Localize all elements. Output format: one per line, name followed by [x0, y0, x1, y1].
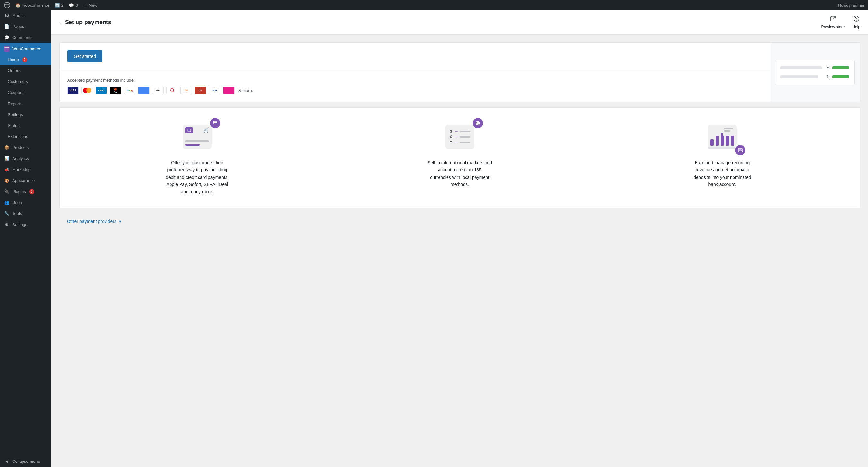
other-providers-section[interactable]: Other payment providers ▾: [59, 214, 860, 229]
admin-name: Howdy, admin: [838, 3, 864, 8]
admin-bar-updates[interactable]: 🔄 2: [55, 3, 64, 8]
sidebar-item-appearance[interactable]: 🎨 Appearance: [0, 175, 52, 186]
sidebar-item-settings-main[interactable]: ⚙ Settings: [0, 219, 52, 230]
sidebar-label-woocommerce: WooCommerce: [12, 46, 41, 52]
payment-card-gp: GP: [152, 87, 164, 94]
sidebar-item-products[interactable]: 📦 Products: [0, 142, 52, 153]
sidebar-label-analytics: Analytics: [12, 156, 29, 161]
sidebar-label-users: Users: [12, 200, 23, 206]
site-name: woocommerce: [22, 3, 50, 8]
appearance-icon: 🎨: [4, 178, 10, 184]
sidebar-label-marketing: Marketing: [12, 167, 31, 173]
sidebar-label-pages: Pages: [12, 24, 24, 30]
sidebar-label-coupons: Coupons: [8, 90, 25, 96]
badge-1: [210, 118, 220, 128]
pages-icon: 📄: [4, 24, 10, 30]
external-link-icon: [830, 15, 836, 24]
help-button[interactable]: Help: [852, 15, 860, 29]
content-area: Get started Accepted payment methods inc…: [52, 35, 868, 467]
sidebar-label-extensions: Extensions: [8, 134, 28, 139]
sidebar-label-status: Status: [8, 123, 20, 129]
admin-bar-logo-item[interactable]: [4, 2, 10, 8]
products-icon: 📦: [4, 145, 10, 151]
admin-bar-user: Howdy, admin: [838, 3, 864, 8]
other-providers-label: Other payment providers: [67, 219, 117, 224]
sidebar-item-reports[interactable]: Reports: [0, 98, 52, 110]
woo-icon: [4, 46, 10, 52]
sidebar-item-home[interactable]: Home 7: [0, 54, 52, 65]
payment-card-pink: [223, 87, 235, 94]
sidebar-item-settings[interactable]: Settings: [0, 110, 52, 120]
admin-bar-new[interactable]: ＋ New: [83, 2, 97, 8]
features-card: 🛒 Offer your customers their preferred w…: [59, 107, 860, 209]
badge-3: [735, 145, 745, 155]
users-icon: 👥: [4, 200, 10, 206]
sidebar-item-status[interactable]: Status: [0, 120, 52, 131]
sidebar-label-tools: Tools: [12, 211, 22, 216]
sidebar-item-collapse[interactable]: ◀ Collapse menu: [0, 456, 52, 467]
sidebar-item-coupons[interactable]: Coupons: [0, 87, 52, 98]
get-started-button[interactable]: Get started: [67, 51, 102, 62]
sidebar-item-woocommerce[interactable]: WooCommerce: [0, 43, 52, 54]
main-content: ‹ Set up payments Preview store: [52, 10, 868, 467]
visa-icon: VISA: [67, 87, 79, 94]
sidebar-label-media: Media: [12, 13, 24, 19]
sidebar-item-plugins[interactable]: 🔌 Plugins 2: [0, 186, 52, 197]
sidebar-label-comments: Comments: [12, 35, 32, 40]
page-header-left: ‹ Set up payments: [59, 19, 111, 26]
back-button[interactable]: ‹: [59, 20, 61, 25]
payment-card-1: [138, 87, 150, 94]
comments-icon: 💬: [69, 3, 74, 8]
preview-store-button[interactable]: Preview store: [822, 15, 845, 29]
feature-text-2: Sell to international markets and accept…: [428, 159, 492, 188]
feature-illus-1: 🛒: [178, 121, 217, 153]
sidebar-label-collapse: Collapse menu: [12, 459, 40, 464]
sidebar-item-analytics[interactable]: 📊 Analytics: [0, 153, 52, 164]
features-grid: 🛒 Offer your customers their preferred w…: [72, 121, 847, 195]
help-icon: [853, 15, 860, 24]
sidebar-item-marketing[interactable]: 📣 Marketing: [0, 164, 52, 175]
more-text: & more.: [238, 88, 253, 93]
sidebar: 🖼 Media 📄 Pages 💬 Comments WooCommerce H…: [0, 10, 52, 467]
sidebar-item-tools[interactable]: 🔧 Tools: [0, 208, 52, 219]
sidebar-item-customers[interactable]: Customers: [0, 76, 52, 87]
sidebar-label-settings: Settings: [8, 112, 23, 118]
sidebar-label-orders: Orders: [8, 68, 21, 74]
marketing-icon: 📣: [4, 167, 10, 173]
feature-illus-3: [703, 121, 742, 153]
settings-icon: ⚙: [4, 222, 10, 228]
diners-icon: [166, 87, 178, 94]
feature-illus-2: $ — £ —: [440, 121, 479, 153]
svg-rect-4: [188, 130, 191, 130]
svg-rect-6: [213, 122, 217, 123]
comments-count: 0: [75, 3, 78, 8]
get-started-area: Get started: [60, 43, 770, 70]
sidebar-item-extensions[interactable]: Extensions: [0, 131, 52, 142]
payment-methods-section: Accepted payment methods include: VISA: [60, 70, 770, 102]
jcb-icon: JCB: [209, 87, 220, 94]
feature-text-1: Offer your customers their preferred way…: [165, 159, 229, 195]
sidebar-item-users[interactable]: 👥 Users: [0, 197, 52, 208]
sidebar-label-home: Home: [8, 57, 19, 63]
analytics-icon: 📊: [4, 156, 10, 162]
sidebar-item-comments[interactable]: 💬 Comments: [0, 32, 52, 43]
page-header: ‹ Set up payments Preview store: [52, 10, 868, 35]
admin-bar-site[interactable]: 🏠 woocommerce: [16, 3, 50, 8]
updates-icon: 🔄: [55, 3, 60, 8]
mastercard-icon: [82, 87, 93, 94]
sidebar-item-orders[interactable]: Orders: [0, 65, 52, 76]
accepted-label: Accepted payment methods include:: [67, 78, 762, 83]
plugins-icon: 🔌: [4, 189, 10, 195]
sidebar-item-media[interactable]: 🖼 Media: [0, 10, 52, 21]
googlepay-icon: Goog: [124, 87, 135, 94]
sidebar-item-pages[interactable]: 📄 Pages: [0, 21, 52, 32]
home-icon: 🏠: [16, 3, 21, 8]
sidebar-label-settings-main: Settings: [12, 222, 27, 228]
sidebar-label-appearance: Appearance: [12, 178, 35, 184]
page-header-right: Preview store Help: [822, 15, 860, 29]
sidebar-label-plugins: Plugins: [12, 189, 26, 195]
preview-store-label: Preview store: [822, 25, 845, 29]
payment-setup-card: Get started Accepted payment methods inc…: [59, 42, 860, 102]
feature-text-3: Earn and manage recurring revenue and ge…: [690, 159, 754, 188]
admin-bar-comments[interactable]: 💬 0: [69, 3, 78, 8]
